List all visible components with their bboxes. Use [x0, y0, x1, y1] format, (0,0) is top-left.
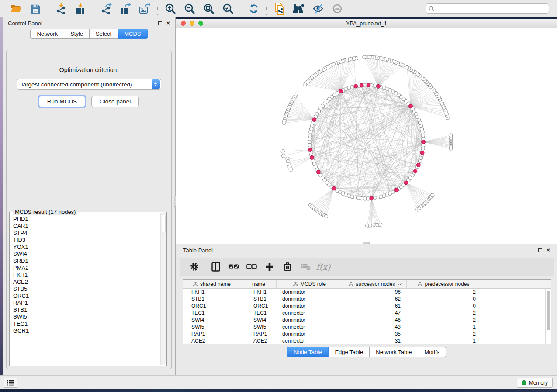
mcds-result-item[interactable]: TID3 [13, 237, 159, 244]
mcds-result-item[interactable]: STB5 [13, 285, 159, 292]
tab-edge-table[interactable]: Edge Table [329, 347, 370, 357]
mcds-result-item[interactable]: GCR1 [13, 327, 159, 334]
column-header-MCDS-role[interactable]: MCDS role [277, 280, 343, 288]
mcds-result-item[interactable]: TEC1 [13, 320, 159, 327]
mcds-result-item[interactable]: FKH1 [13, 272, 159, 279]
memory-button[interactable]: Memory [517, 378, 553, 388]
table-row[interactable]: FKH1FKH1dominator962 [183, 289, 551, 296]
sort-chevron-icon [397, 281, 401, 285]
close-panel-icon[interactable]: × [166, 20, 170, 26]
mcds-result-item[interactable]: PMA2 [13, 265, 159, 272]
export-image-button[interactable] [137, 2, 152, 16]
function-builder-button[interactable]: f(x) [318, 261, 329, 272]
tab-network[interactable]: Network [30, 29, 64, 39]
mcds-result-group: MCDS result (17 nodes) PHD1CAR1STP4TID3Y… [9, 212, 167, 366]
column-header-label: successor nodes [356, 281, 395, 287]
column-header-shared-name[interactable]: shared name [183, 280, 241, 288]
refresh-layout-button[interactable] [246, 2, 261, 16]
table-row[interactable]: STB1STB1dominator620 [183, 296, 551, 303]
cell-predecessor-nodes: 0 [407, 296, 481, 302]
table-row[interactable]: ORC1ORC1dominator610 [183, 303, 551, 309]
table-toolbar: f(x) [180, 258, 554, 276]
mcds-result-list[interactable]: PHD1CAR1STP4TID3YOX1SWI4SRD1PMA2FKH1ACE2… [13, 216, 159, 364]
show-eye-button[interactable] [330, 2, 345, 16]
eye-icon [332, 3, 343, 14]
save-session-button[interactable] [28, 2, 43, 16]
clone-network-button[interactable] [272, 2, 287, 16]
tab-motifs[interactable]: Motifs [418, 347, 446, 357]
mcds-result-item[interactable]: SRD1 [13, 258, 159, 265]
optimization-criterion-label: Optimization criterion: [7, 66, 171, 73]
cell-MCDS-role: connector [277, 338, 343, 344]
float-panel-icon[interactable] [158, 21, 162, 25]
search-binoculars-button[interactable] [291, 2, 306, 16]
column-header-successor-nodes[interactable]: successor nodes [343, 280, 407, 288]
table-row[interactable]: ACE2ACE2connector311 [183, 337, 551, 344]
close-table-panel-icon[interactable]: × [547, 247, 550, 253]
select-all-button[interactable] [228, 261, 239, 272]
import-network-button[interactable] [54, 2, 69, 16]
network-canvas[interactable] [176, 28, 557, 244]
mcds-result-item[interactable]: STB1 [13, 306, 159, 313]
cell-shared-name: SWI5 [183, 324, 241, 330]
tab-node-table[interactable]: Node Table [287, 347, 329, 357]
show-columns-button[interactable] [211, 261, 221, 272]
hide-selected-button[interactable] [311, 2, 325, 16]
close-panel-button[interactable]: Close panel [91, 96, 139, 107]
column-header-name[interactable]: name [241, 280, 277, 288]
table-scrollbar[interactable] [545, 289, 551, 344]
zoom-in-button[interactable] [163, 2, 178, 16]
show-panels-button[interactable] [4, 378, 17, 388]
plus-icon [265, 262, 274, 271]
cell-name: SWI4 [241, 317, 277, 323]
table-row[interactable]: RAP1RAP1dominator352 [183, 330, 551, 337]
open-session-button[interactable] [9, 2, 24, 16]
mcds-result-item[interactable]: SWI4 [13, 251, 159, 258]
mcds-result-item[interactable]: ACE2 [13, 279, 159, 285]
export-network-button[interactable] [99, 2, 114, 16]
mcds-result-item[interactable]: YOX1 [13, 244, 159, 251]
zoom-fit-button[interactable] [201, 2, 216, 16]
zoom-out-button[interactable] [182, 2, 197, 16]
search-box[interactable] [426, 3, 549, 14]
table-panel-title: Table Panel [183, 247, 213, 254]
network-window-titlebar[interactable]: YPA_prune.txt_1 [176, 19, 557, 28]
run-mcds-button[interactable]: Run MCDS [39, 96, 85, 107]
cell-successor-nodes: 35 [343, 331, 407, 337]
delete-table-button[interactable] [300, 261, 311, 272]
column-header-predecessor-nodes[interactable]: predecessor nodes [407, 280, 481, 288]
table-row[interactable]: SWI4SWI4dominator462 [183, 316, 551, 323]
cell-shared-name: ORC1 [183, 303, 241, 309]
cell-MCDS-role: dominator [277, 303, 343, 309]
float-table-panel-icon[interactable] [538, 248, 542, 252]
mcds-result-item[interactable]: ORC1 [13, 292, 159, 299]
search-input[interactable] [435, 6, 546, 12]
optimization-criterion-dropdown[interactable]: largest connected component (undirected) [17, 79, 161, 90]
column-header-label: MCDS role [300, 281, 326, 287]
delete-column-button[interactable] [282, 261, 293, 272]
table-row[interactable]: TEC1TEC1connector472 [183, 309, 551, 316]
table-row[interactable]: SWI5SWI5connector431 [183, 323, 551, 330]
add-column-button[interactable] [264, 261, 275, 272]
zoom-selected-button[interactable] [221, 2, 235, 16]
import-table-button[interactable] [73, 2, 88, 16]
zoom-in-icon [165, 3, 176, 14]
table-settings-button[interactable] [189, 261, 200, 272]
tab-mcds[interactable]: MCDS [118, 29, 147, 39]
mcds-result-item[interactable]: CAR1 [13, 223, 159, 230]
mcds-result-item[interactable]: PHD1 [13, 216, 159, 223]
tab-select[interactable]: Select [90, 29, 118, 39]
mcds-list-scrollbar[interactable] [160, 213, 166, 365]
mcds-result-item[interactable]: SWI5 [13, 313, 159, 320]
export-table-button[interactable] [118, 2, 133, 16]
export-image-icon [139, 3, 150, 14]
cell-MCDS-role: connector [277, 324, 343, 330]
mcds-result-item[interactable]: STP4 [13, 230, 159, 237]
cell-shared-name: FKH1 [183, 289, 241, 295]
mcds-result-item[interactable]: RAP1 [13, 299, 159, 306]
tab-network-table[interactable]: Network Table [370, 347, 418, 357]
tab-style[interactable]: Style [64, 29, 90, 39]
columns-icon [211, 262, 220, 272]
unselect-all-button[interactable] [246, 261, 257, 272]
dropdown-stepper-icon [152, 79, 160, 89]
